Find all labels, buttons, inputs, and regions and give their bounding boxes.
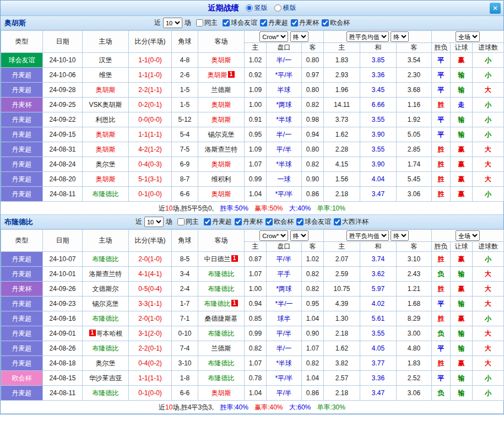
avg-home: 2.28 xyxy=(324,142,360,157)
league-checkbox[interactable] xyxy=(260,19,267,26)
col-header-avg-home: 主 xyxy=(324,43,360,53)
league-filter[interactable]: 大西洋杯 xyxy=(334,217,368,227)
avg-home: 2.93 xyxy=(324,68,360,83)
match-score: 1-1(1-1) xyxy=(129,127,172,142)
recent-results-window: 近期战绩 竖版 横版 ✕ 奥胡斯 近 10 场 同主 球会友 xyxy=(0,0,504,414)
layout-horizontal-option[interactable]: 横版 xyxy=(274,3,296,13)
league-checkbox[interactable] xyxy=(334,218,341,225)
result-cell: 平 xyxy=(432,68,451,83)
match-count-select[interactable]: 10 xyxy=(144,217,164,227)
avg-home: 4.15 xyxy=(324,157,360,172)
layout-vertical-option[interactable]: 竖版 xyxy=(246,3,268,13)
league-filter[interactable]: 欧会杯 xyxy=(265,217,294,227)
odds-home: 0.99 xyxy=(245,326,267,341)
league-type: 丹麦超 xyxy=(1,172,43,187)
league-type: 丹麦超 xyxy=(1,142,43,157)
league-type: 球会友谊 xyxy=(1,53,43,68)
corner-count: 0-10 xyxy=(172,326,198,341)
avg-draw: 3.36 xyxy=(360,371,397,386)
team-name: 奥胡斯 xyxy=(96,146,116,153)
same-home-filter[interactable]: 同主 xyxy=(177,217,199,227)
horizontal-radio[interactable] xyxy=(274,4,281,12)
odds-source-select[interactable]: Crow* xyxy=(259,31,288,42)
odds-handicap: *两球 xyxy=(267,98,302,112)
corner-count: 7-5 xyxy=(172,142,198,157)
close-button[interactable]: ✕ xyxy=(490,3,501,14)
col-header-avg-home: 主 xyxy=(324,242,360,252)
home-team: VSK奥胡斯 xyxy=(83,98,129,112)
league-filter[interactable]: 球会友谊 xyxy=(223,18,257,28)
match-score: 2-0(1-0) xyxy=(129,311,172,326)
col-header-handicap: 盘口 xyxy=(267,43,302,53)
league-type: 丹麦杯 xyxy=(1,282,43,297)
league-checkbox[interactable] xyxy=(223,19,230,26)
away-team: 维积利 xyxy=(198,172,245,187)
asian-handicap-result: 输 xyxy=(451,83,473,98)
home-team: 维堡 xyxy=(83,68,129,83)
col-header-odds-away: 客 xyxy=(302,43,324,53)
corner-count: 5-12 xyxy=(172,112,198,127)
avg-time-select[interactable]: 终 xyxy=(391,230,409,241)
league-checkbox[interactable] xyxy=(291,19,298,26)
match-score: 2-2(1-1) xyxy=(129,83,172,98)
home-team: 奥胡斯 xyxy=(83,172,129,187)
team-name: 奥胡斯 xyxy=(96,131,116,138)
odds-home: 1.04 xyxy=(245,386,267,401)
team-name: 维积利 xyxy=(212,175,231,183)
same-home-checkbox[interactable] xyxy=(177,218,185,225)
col-header-corner: 角球 xyxy=(172,230,198,252)
away-team: 洛斯查兰特 xyxy=(198,142,245,157)
asian-handicap-result: 赢 xyxy=(451,282,473,297)
league-checkbox[interactable] xyxy=(204,218,211,225)
avg-home: 1.62 xyxy=(324,127,360,142)
avg-away: 4.80 xyxy=(397,341,432,356)
avg-type-select[interactable]: 胜平负均值 xyxy=(346,31,389,42)
col-header-home: 主场 xyxy=(83,31,129,53)
match-score: 2-2(0-1) xyxy=(129,341,172,356)
league-filter[interactable]: 欧会杯 xyxy=(322,18,350,28)
same-home-checkbox[interactable] xyxy=(196,19,203,26)
col-header-away: 客场 xyxy=(198,230,245,252)
home-team: 利恩比 xyxy=(83,112,129,127)
match-row: 丹麦超24-09-011哥本哈根3-1(2-0)0-10布隆德比0.99平/半0… xyxy=(1,326,504,341)
scope-select[interactable]: 全场 xyxy=(456,31,480,42)
scope-select[interactable]: 全场 xyxy=(456,230,480,241)
league-type: 丹麦超 xyxy=(1,267,43,282)
league-filter[interactable]: 丹麦超 xyxy=(204,217,232,227)
odds-away: 0.82 xyxy=(302,157,324,172)
league-checkbox[interactable] xyxy=(322,19,329,26)
match-row: 丹麦超24-10-07布隆德比2-0(1-0)8-5中日德兰10.87平/半1.… xyxy=(1,252,504,267)
avg-home: 1.56 xyxy=(324,172,360,187)
same-home-filter[interactable]: 同主 xyxy=(196,18,218,28)
odds-source-select[interactable]: Crow* xyxy=(259,230,288,241)
match-score: 0-1(0-0) xyxy=(129,386,172,401)
league-filter[interactable]: 丹麦超 xyxy=(260,18,288,28)
match-score: 0-1(0-0) xyxy=(129,187,172,202)
league-checkbox[interactable] xyxy=(235,218,242,225)
league-checkbox[interactable] xyxy=(265,218,273,225)
odds-away: 0.80 xyxy=(302,53,324,68)
league-filter[interactable]: 丹麦杯 xyxy=(235,217,263,227)
asian-handicap-result: 赢 xyxy=(451,187,473,202)
league-filter[interactable]: 球会友谊 xyxy=(296,217,331,227)
col-header-avg-draw: 和 xyxy=(360,43,397,53)
vertical-radio[interactable] xyxy=(246,4,253,12)
odds-home: 1.04 xyxy=(245,187,267,202)
match-date: 24-09-26 xyxy=(43,282,83,297)
match-count-select[interactable]: 10 xyxy=(163,18,182,28)
league-checkbox[interactable] xyxy=(296,218,304,225)
avg-time-select[interactable]: 终 xyxy=(391,31,409,42)
odds-time-select[interactable]: 终 xyxy=(290,31,308,42)
league-type: 丹麦超 xyxy=(1,187,43,202)
league-filter[interactable]: 丹麦杯 xyxy=(291,18,319,28)
goals-result: 大 xyxy=(473,356,504,371)
avg-type-select[interactable]: 胜平负均值 xyxy=(346,230,389,241)
team-title: 布隆德比 xyxy=(4,217,33,227)
home-team: 奥胡斯 xyxy=(83,127,129,142)
avg-away: 8.29 xyxy=(397,311,432,326)
odds-time-select[interactable]: 终 xyxy=(290,230,308,241)
team-name: 锡尔克堡 xyxy=(208,131,235,138)
avg-home: 1.96 xyxy=(324,83,360,98)
corner-count: 2-6 xyxy=(172,68,198,83)
avg-away: 1.21 xyxy=(397,282,432,297)
